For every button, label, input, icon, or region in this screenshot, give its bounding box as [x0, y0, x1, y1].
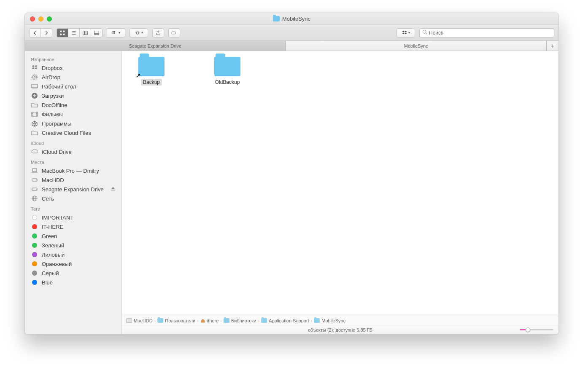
- tag-icon: [31, 251, 38, 258]
- file-item-oldbackup[interactable]: OldBackup: [206, 57, 248, 310]
- sidebar-item-seagate[interactable]: Seagate Expansion Drive: [25, 185, 121, 194]
- sidebar-item-creative-cloud[interactable]: Creative Cloud Files: [25, 128, 121, 137]
- sidebar-tag-green2[interactable]: Зеленый: [25, 241, 121, 250]
- svg-rect-19: [172, 32, 176, 34]
- sidebar-item-dropbox[interactable]: Dropbox: [25, 63, 121, 72]
- path-segment[interactable]: Библиотеки: [224, 318, 256, 323]
- sidebar-item-docoffline[interactable]: DocOffline: [25, 100, 121, 110]
- tag-icon: [31, 214, 38, 221]
- svg-rect-28: [32, 112, 38, 116]
- path-segment[interactable]: Пользователи: [157, 318, 195, 323]
- tab-seagate[interactable]: Seagate Expansion Drive: [25, 41, 286, 51]
- tab-bar: Seagate Expansion Drive MobileSync +: [25, 41, 558, 51]
- minimize-button[interactable]: [38, 16, 43, 21]
- sidebar-item-label: Оранжевый: [42, 261, 72, 267]
- path-bar: MacHDD › Пользователи › ithere › Библиот…: [122, 316, 558, 325]
- file-item-backup[interactable]: ↗ Backup: [130, 57, 173, 310]
- sidebar-item-label: Dropbox: [42, 65, 62, 71]
- sidebar-tag-green[interactable]: Green: [25, 231, 121, 241]
- path-segment[interactable]: ithere: [200, 318, 219, 323]
- home-icon: [200, 318, 205, 323]
- sidebar-header-locations: Места: [25, 156, 121, 166]
- cloud-icon: [31, 148, 38, 155]
- forward-button[interactable]: [40, 28, 52, 38]
- svg-rect-14: [113, 31, 114, 32]
- sidebar-item-icloud-drive[interactable]: iCloud Drive: [25, 147, 121, 156]
- svg-rect-10: [94, 31, 99, 33]
- slider-track: [520, 329, 553, 330]
- path-segment[interactable]: MacHDD: [126, 318, 153, 323]
- sidebar-item-apps[interactable]: Программы: [25, 119, 121, 128]
- list-view-button[interactable]: [68, 28, 80, 38]
- svg-rect-13: [97, 34, 99, 35]
- svg-rect-0: [60, 30, 62, 32]
- tag-icon: [31, 233, 38, 239]
- sidebar-tag-gray[interactable]: Серый: [25, 268, 121, 278]
- sidebar-item-label: AirDrop: [42, 74, 60, 80]
- slider-knob[interactable]: [526, 327, 530, 332]
- airdrop-icon: [31, 74, 38, 80]
- new-tab-button[interactable]: +: [547, 41, 558, 51]
- column-view-button[interactable]: [79, 28, 91, 38]
- sidebar: Избранное Dropbox AirDrop Рабочий стол З…: [25, 51, 122, 334]
- file-label: OldBackup: [213, 79, 242, 86]
- dropbox-toolbar-button[interactable]: ▾: [396, 28, 415, 38]
- tab-label: MobileSync: [404, 43, 428, 48]
- window-title-text: MobileSync: [282, 16, 310, 22]
- sidebar-item-network[interactable]: Сеть: [25, 194, 121, 203]
- path-segment[interactable]: MobileSync: [314, 318, 345, 323]
- icon-grid[interactable]: ↗ Backup OldBackup: [122, 51, 558, 316]
- tab-label: Seagate Expansion Drive: [129, 43, 181, 48]
- sidebar-tag-purple[interactable]: Лиловый: [25, 250, 121, 259]
- alias-icon: ↗: [136, 72, 141, 79]
- sidebar-tag-ithere[interactable]: IT-HERE: [25, 222, 121, 231]
- path-segment[interactable]: Application Support: [261, 318, 309, 323]
- sidebar-tag-orange[interactable]: Оранжевый: [25, 259, 121, 268]
- dropbox-icon: [31, 64, 38, 71]
- back-button[interactable]: [29, 28, 41, 38]
- tab-mobilesync[interactable]: MobileSync: [286, 41, 547, 51]
- sidebar-item-label: Серый: [42, 270, 59, 276]
- svg-rect-15: [114, 31, 115, 32]
- svg-rect-25: [32, 84, 38, 88]
- icon-view-button[interactable]: [57, 28, 68, 38]
- sidebar-tag-blue[interactable]: Blue: [25, 278, 121, 287]
- sidebar-item-label: Blue: [42, 279, 53, 286]
- folder-icon: [273, 16, 280, 21]
- group-buttons: ▾: [107, 28, 125, 38]
- search-icon: [422, 29, 427, 36]
- sidebar-tag-important[interactable]: IMPORTANT: [25, 213, 121, 222]
- folder-icon: [261, 318, 267, 323]
- search-field[interactable]: [419, 28, 554, 38]
- sidebar-item-desktop[interactable]: Рабочий стол: [25, 82, 121, 91]
- sidebar-item-airdrop[interactable]: AirDrop: [25, 72, 121, 82]
- search-input[interactable]: [429, 30, 551, 36]
- svg-point-20: [423, 30, 426, 34]
- content-area: ↗ Backup OldBackup MacHDD › Пользователи…: [122, 51, 558, 334]
- tags-button[interactable]: [168, 28, 180, 38]
- share-button[interactable]: [152, 28, 164, 38]
- hdd-icon: [31, 186, 38, 193]
- svg-point-18: [136, 32, 138, 34]
- sidebar-item-macbook[interactable]: MacBook Pro — Dmitry: [25, 166, 121, 175]
- sidebar-item-movies[interactable]: Фильмы: [25, 110, 121, 119]
- svg-rect-16: [113, 32, 114, 34]
- zoom-slider[interactable]: [520, 329, 553, 330]
- svg-point-39: [36, 189, 37, 190]
- folder-icon: [224, 318, 229, 323]
- svg-rect-35: [32, 169, 37, 172]
- desktop-icon: [31, 83, 38, 90]
- tag-icon: [31, 260, 38, 267]
- gallery-view-button[interactable]: [91, 28, 102, 38]
- action-button[interactable]: ▾: [129, 28, 148, 38]
- zoom-button[interactable]: [47, 16, 52, 21]
- svg-rect-11: [94, 34, 96, 35]
- svg-rect-2: [60, 33, 62, 35]
- folder-icon: [31, 129, 38, 136]
- sidebar-item-label: IMPORTANT: [42, 214, 73, 221]
- close-button[interactable]: [30, 16, 35, 21]
- group-by-button[interactable]: ▾: [107, 28, 125, 38]
- eject-icon[interactable]: [111, 186, 116, 193]
- sidebar-item-downloads[interactable]: Загрузки: [25, 91, 121, 100]
- sidebar-item-machdd[interactable]: MacHDD: [25, 175, 121, 185]
